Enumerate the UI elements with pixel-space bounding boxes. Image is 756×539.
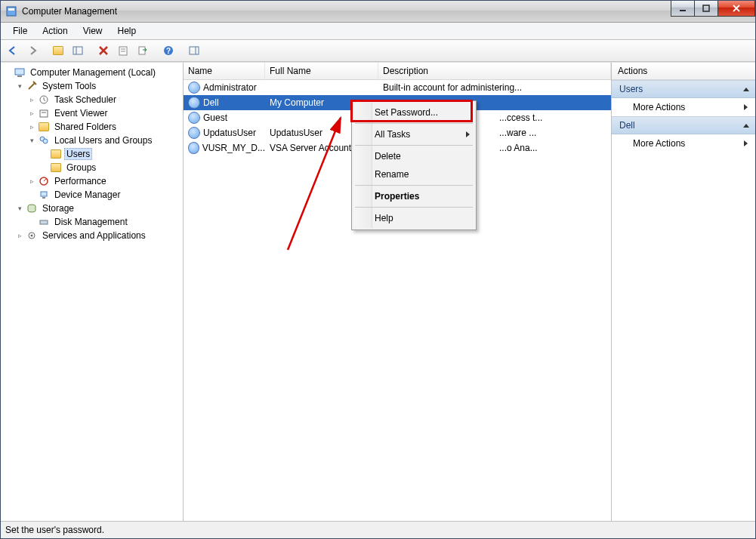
expander-icon[interactable]: ▹ bbox=[28, 109, 35, 117]
expander-icon[interactable]: ▹ bbox=[16, 232, 23, 239]
tree-storage[interactable]: ▾ Storage bbox=[16, 202, 181, 215]
expander-icon[interactable]: ▹ bbox=[28, 123, 35, 131]
tree-label: Services and Applications bbox=[40, 229, 148, 242]
tree-disk-management[interactable]: Disk Management bbox=[28, 215, 181, 229]
svg-rect-0 bbox=[7, 7, 16, 16]
expander-spacer bbox=[28, 218, 35, 226]
expander-spacer bbox=[40, 164, 48, 171]
minimize-button[interactable] bbox=[671, 1, 695, 17]
menu-help[interactable]: Help bbox=[353, 210, 474, 226]
user-icon bbox=[188, 142, 199, 154]
menu-properties[interactable]: Properties bbox=[353, 188, 474, 205]
menu-help[interactable]: Help bbox=[112, 24, 143, 38]
svg-point-27 bbox=[31, 235, 33, 237]
cell-desc: Built-in account for administering... bbox=[378, 82, 611, 93]
maximize-button[interactable] bbox=[694, 1, 718, 17]
menu-delete[interactable]: Delete bbox=[353, 148, 474, 165]
menu-separator bbox=[355, 207, 473, 208]
more-actions-users[interactable]: More Actions bbox=[612, 98, 755, 116]
tree-performance[interactable]: ▹ Performance bbox=[28, 174, 181, 188]
tree-event-viewer[interactable]: ▹ Event Viewer bbox=[28, 106, 181, 120]
actions-header: Actions bbox=[612, 63, 755, 80]
event-icon bbox=[38, 107, 50, 119]
menu-label: Properties bbox=[375, 191, 419, 202]
user-icon bbox=[188, 97, 200, 109]
tree-root[interactable]: Computer Management (Local) bbox=[4, 66, 181, 79]
svg-rect-17 bbox=[40, 110, 48, 117]
menu-set-password[interactable]: Set Password... bbox=[353, 104, 474, 121]
cell-name: VUSR_MY_D... bbox=[202, 143, 265, 153]
tree-label: Event Viewer bbox=[52, 107, 110, 119]
menu-rename[interactable]: Rename bbox=[353, 166, 474, 183]
properties-button[interactable] bbox=[114, 42, 132, 60]
user-icon bbox=[188, 112, 200, 124]
actions-section-dell[interactable]: Dell bbox=[612, 116, 755, 134]
tree-label: Groups bbox=[64, 162, 98, 174]
collapse-icon bbox=[743, 88, 749, 91]
close-button[interactable] bbox=[717, 1, 755, 17]
tree-local-users-groups[interactable]: ▾ Local Users and Groups bbox=[28, 134, 181, 147]
collapse-icon bbox=[743, 124, 749, 128]
shared-folder-icon bbox=[38, 121, 50, 133]
svg-rect-2 bbox=[680, 10, 686, 11]
tree-users[interactable]: Users bbox=[40, 147, 181, 161]
tree-label: Performance bbox=[52, 175, 109, 187]
tree-label: Storage bbox=[40, 202, 76, 214]
window-controls bbox=[671, 1, 755, 16]
expander-icon[interactable]: ▾ bbox=[16, 205, 23, 212]
tree-services-apps[interactable]: ▹ Services and Applications bbox=[16, 229, 181, 242]
expander-icon[interactable]: ▾ bbox=[28, 137, 35, 144]
expander-icon[interactable]: ▹ bbox=[28, 177, 35, 185]
help-button[interactable]: ? bbox=[159, 42, 177, 60]
window-frame: Computer Management File Action View Hel… bbox=[0, 0, 756, 539]
expander-icon[interactable]: ▹ bbox=[28, 96, 35, 103]
tree-label: Local Users and Groups bbox=[52, 134, 154, 146]
users-groups-icon bbox=[38, 134, 50, 146]
menu-action[interactable]: Action bbox=[36, 24, 73, 38]
col-fullname[interactable]: Full Name bbox=[265, 63, 378, 79]
clock-icon bbox=[38, 94, 50, 106]
navigation-tree[interactable]: Computer Management (Local) ▾ System Too… bbox=[1, 63, 184, 521]
cell-name: Guest bbox=[203, 112, 227, 123]
tree-label: Task Scheduler bbox=[52, 94, 119, 106]
menu-label: Help bbox=[375, 213, 393, 223]
services-icon bbox=[26, 229, 38, 242]
up-button[interactable] bbox=[49, 42, 67, 60]
svg-rect-9 bbox=[139, 47, 145, 54]
tree-groups[interactable]: Groups bbox=[40, 161, 181, 174]
export-button[interactable] bbox=[134, 42, 152, 60]
expander-icon[interactable] bbox=[4, 69, 11, 76]
disk-icon bbox=[38, 216, 50, 228]
menu-label: All Tasks bbox=[375, 129, 410, 140]
action-pane-button[interactable] bbox=[185, 42, 203, 60]
section-title: Users bbox=[619, 84, 643, 94]
tree-task-scheduler[interactable]: ▹ Task Scheduler bbox=[28, 93, 181, 106]
cell-name: Administrator bbox=[203, 82, 257, 93]
back-button[interactable] bbox=[4, 42, 22, 60]
menu-all-tasks[interactable]: All Tasks bbox=[353, 126, 474, 143]
delete-button[interactable] bbox=[94, 42, 113, 60]
actions-pane: Actions Users More Actions Dell More Act… bbox=[612, 63, 755, 521]
tree-label: Device Manager bbox=[52, 189, 122, 201]
list-row[interactable]: Administrator Built-in account for admin… bbox=[184, 80, 611, 95]
col-description[interactable]: Description bbox=[378, 63, 611, 79]
forward-button[interactable] bbox=[23, 42, 42, 60]
menu-label: Rename bbox=[375, 169, 409, 180]
tree-shared-folders[interactable]: ▹ Shared Folders bbox=[28, 120, 181, 134]
expander-icon[interactable]: ▾ bbox=[16, 82, 23, 90]
more-actions-dell[interactable]: More Actions bbox=[612, 134, 755, 152]
svg-rect-3 bbox=[703, 5, 709, 11]
tree-device-manager[interactable]: Device Manager bbox=[28, 188, 181, 202]
tree-system-tools[interactable]: ▾ System Tools bbox=[16, 79, 181, 93]
menu-view[interactable]: View bbox=[77, 24, 109, 38]
context-menu: Set Password... All Tasks Delete Rename … bbox=[351, 100, 477, 230]
show-hide-tree-button[interactable] bbox=[69, 42, 87, 60]
col-name[interactable]: Name bbox=[184, 63, 265, 79]
menu-file[interactable]: File bbox=[7, 24, 33, 38]
titlebar[interactable]: Computer Management bbox=[1, 1, 755, 23]
user-icon bbox=[188, 82, 200, 94]
svg-rect-25 bbox=[40, 220, 48, 224]
svg-rect-14 bbox=[15, 69, 24, 75]
svg-rect-1 bbox=[8, 8, 14, 11]
actions-section-users[interactable]: Users bbox=[612, 80, 755, 98]
